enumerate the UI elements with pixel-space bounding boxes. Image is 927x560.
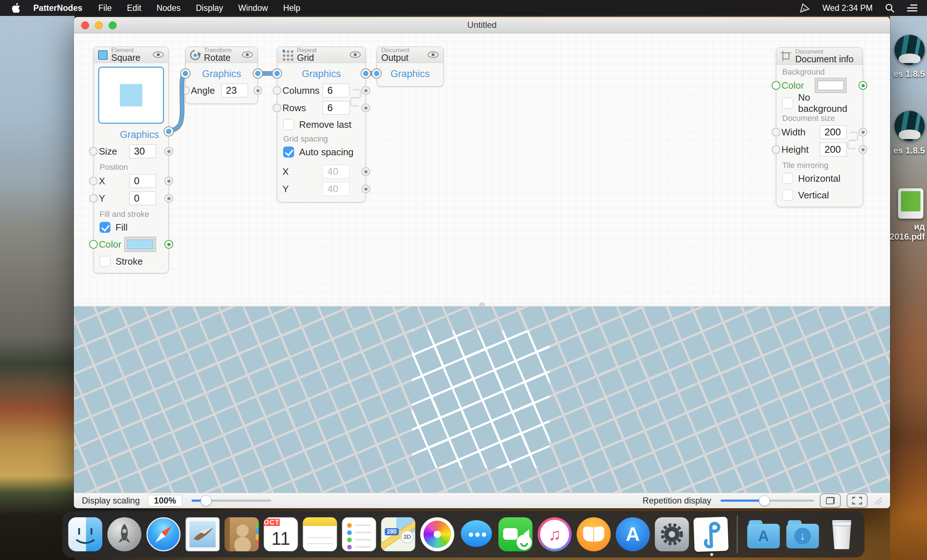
pattern-preview[interactable]	[74, 307, 890, 493]
height-output-port[interactable]	[859, 145, 867, 154]
stroke-checkbox[interactable]	[100, 256, 111, 267]
node-square[interactable]: ElementSquare Graphics Size 30 Position …	[93, 47, 169, 273]
columns-input-port[interactable]	[273, 86, 281, 95]
angle-output-port[interactable]	[254, 86, 262, 95]
size-input-port[interactable]	[89, 147, 98, 156]
node-square-header[interactable]: ElementSquare	[94, 47, 169, 63]
auto-spacing-checkbox[interactable]	[283, 147, 294, 158]
dock-notes-icon[interactable]	[303, 517, 337, 551]
node-canvas[interactable]: ElementSquare Graphics Size 30 Position …	[74, 33, 890, 303]
rows-field[interactable]: 6	[323, 101, 350, 115]
dock-mail-icon[interactable]	[186, 517, 220, 551]
slider-thumb[interactable]	[201, 495, 211, 506]
color-output-port[interactable]	[164, 240, 173, 249]
dock-trash-icon[interactable]	[825, 517, 859, 551]
angle-input-port[interactable]	[181, 86, 190, 95]
height-field[interactable]: 200	[820, 143, 846, 156]
dock-ibooks-icon[interactable]	[577, 517, 611, 551]
rows-output-port[interactable]	[362, 103, 370, 112]
columns-field[interactable]: 6	[323, 83, 350, 97]
x-spacing-field[interactable]: 40	[323, 165, 350, 179]
fullscreen-button[interactable]	[846, 493, 868, 508]
close-button[interactable]	[81, 21, 89, 29]
window-resize-grip[interactable]	[874, 496, 882, 505]
x-field[interactable]: 0	[129, 174, 156, 188]
angle-field[interactable]: 23	[221, 83, 248, 97]
repetition-display-slider[interactable]	[720, 499, 814, 502]
square-graphics-output[interactable]: Graphics	[94, 127, 169, 142]
y-field[interactable]: 0	[129, 191, 156, 205]
dock-launchpad-icon[interactable]	[108, 517, 141, 551]
node-grid-header[interactable]: RepeatGrid	[277, 47, 365, 63]
notification-center-icon[interactable]	[907, 4, 918, 12]
fill-checkbox[interactable]	[100, 222, 111, 233]
y-spacing-field[interactable]: 40	[323, 182, 350, 196]
dock-photos-icon[interactable]	[420, 517, 454, 551]
width-field[interactable]: 200	[820, 125, 846, 139]
height-input-port[interactable]	[772, 145, 780, 154]
rows-input-port[interactable]	[273, 103, 281, 112]
spotlight-search-icon[interactable]	[885, 3, 894, 13]
x-input-port[interactable]	[89, 177, 98, 185]
size-field[interactable]: 30	[129, 144, 156, 158]
y-input-port[interactable]	[89, 194, 98, 203]
visibility-eye-icon[interactable]	[350, 51, 361, 60]
background-color-well[interactable]	[815, 78, 846, 93]
y-output-port[interactable]	[164, 194, 173, 203]
dock-calendar-icon[interactable]: OCT 11	[264, 517, 298, 551]
background-color-input-port[interactable]	[772, 81, 780, 90]
apple-menu[interactable]	[12, 3, 20, 13]
menu-app-name[interactable]: PatterNodes	[33, 3, 82, 13]
title-bar[interactable]: Untitled	[74, 17, 890, 33]
dock-app-store-icon[interactable]: A	[616, 517, 650, 551]
dock-reminders-icon[interactable]	[342, 517, 376, 551]
canvas-preview-splitter[interactable]	[74, 303, 890, 307]
visibility-eye-icon[interactable]	[242, 51, 253, 60]
link-columns-rows-icon[interactable]	[350, 88, 361, 108]
columns-output-port[interactable]	[362, 86, 370, 95]
x-spacing-output-port[interactable]	[362, 167, 370, 176]
node-document-info-header[interactable]: DocumentDocument info	[777, 48, 863, 65]
y-spacing-output-port[interactable]	[362, 185, 370, 193]
dock-finder-icon[interactable]	[68, 517, 102, 551]
zoom-button[interactable]	[109, 21, 117, 29]
dock-downloads-folder-icon[interactable]	[786, 517, 820, 551]
grid-graphics-io[interactable]: Graphics	[277, 67, 365, 81]
width-output-port[interactable]	[859, 128, 867, 137]
dock-patternodes-icon[interactable]	[693, 516, 729, 552]
color-input-port[interactable]	[89, 240, 98, 249]
menu-window[interactable]: Window	[238, 3, 268, 13]
color-well[interactable]	[124, 237, 156, 252]
slider-thumb[interactable]	[759, 495, 770, 506]
display-scaling-slider[interactable]	[191, 499, 271, 502]
width-input-port[interactable]	[772, 128, 780, 137]
menu-display[interactable]: Display	[196, 3, 223, 13]
dock-contacts-icon[interactable]	[225, 517, 259, 551]
visibility-eye-icon[interactable]	[427, 51, 439, 60]
tile-display-button[interactable]	[820, 493, 841, 508]
node-grid[interactable]: RepeatGrid Graphics Columns 6 Rows 6 Rem…	[277, 47, 366, 202]
dock-safari-icon[interactable]	[147, 517, 181, 551]
x-output-port[interactable]	[164, 177, 173, 185]
dock-maps-icon[interactable]: 280 3D	[381, 517, 415, 551]
dock-facetime-icon[interactable]	[498, 517, 533, 551]
minimize-button[interactable]	[95, 21, 103, 29]
node-output-header[interactable]: DocumentOutput	[377, 47, 443, 63]
dock-messages-icon[interactable]	[459, 517, 494, 551]
menu-file[interactable]: File	[98, 3, 111, 13]
app-status-icon[interactable]	[799, 3, 810, 13]
dock-system-preferences-icon[interactable]	[655, 517, 689, 551]
display-scaling-value[interactable]: 100%	[148, 495, 182, 507]
menu-nodes[interactable]: Nodes	[157, 3, 180, 13]
menu-edit[interactable]: Edit	[127, 3, 141, 13]
menu-clock[interactable]: Wed 2:34 PM	[822, 3, 873, 13]
node-rotate-header[interactable]: TransformRotate	[186, 47, 257, 63]
node-rotate[interactable]: TransformRotate Graphics Angle 23	[185, 47, 258, 104]
dock-applications-folder-icon[interactable]: A	[747, 517, 781, 551]
node-document-info[interactable]: DocumentDocument info Background Color N…	[776, 47, 863, 207]
vertical-checkbox[interactable]	[782, 190, 793, 200]
dock-itunes-icon[interactable]	[538, 517, 572, 551]
link-width-height-icon[interactable]	[847, 131, 858, 150]
menu-help[interactable]: Help	[283, 3, 300, 13]
visibility-eye-icon[interactable]	[152, 51, 164, 60]
